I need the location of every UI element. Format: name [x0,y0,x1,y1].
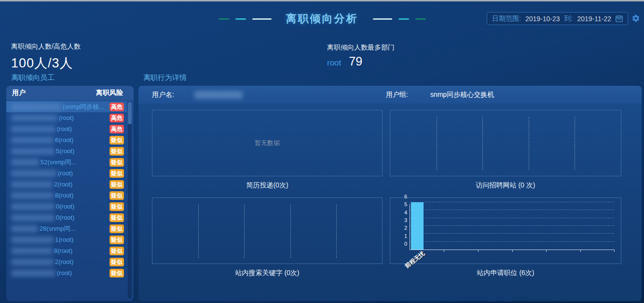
table-row[interactable]: 28(snmp同...疑似 [6,223,127,234]
user-info-bar: 用户名: 用户组: snmp同步核心交换机 [138,86,642,104]
table-row[interactable]: 52(snmp同...疑似 [6,157,127,168]
window-top-border [0,0,644,1]
stat-top-department: 离职倾向人数最多部门 root 79 [327,43,395,68]
table-row[interactable]: 6(root)疑似 [6,134,127,145]
stat-tendency-label: 离职倾向人数/高危人数 [11,42,81,51]
redacted-username [11,148,55,155]
detail-panel-body: 用户名: 用户组: snmp同步核心交换机 暂无数据 前程无忧 0123456 … [138,86,642,301]
employee-rows: (snmp同步核...高危(root)高危(root)高危6(root)疑似5(… [6,101,127,278]
table-row[interactable]: 1(root)疑似 [6,234,127,245]
usergroup-value: snmp同步核心交换机 [430,91,494,99]
risk-badge: 疑似 [110,236,124,244]
y-axis-tick-label: 4 [396,210,407,215]
behavior-detail-panel: 离职行为详情 用户名: 用户组: snmp同步核心交换机 暂无数据 前程无忧 0… [138,73,642,301]
risk-badge: 疑似 [110,213,124,222]
stat-tendency-value: 100人/3人 [11,54,81,72]
dashed-gridline [198,205,199,258]
no-data-text: 暂无数据 [255,139,280,147]
date-range-picker[interactable]: 日期范围: 2019-10-23 到: 2019-11-22 [487,12,628,25]
redacted-username [11,203,55,210]
username-suffix: (snmp同步核... [63,103,104,111]
table-row[interactable]: (root)高危 [6,123,127,134]
bar-category-label: 前程无忧 [403,250,426,270]
table-row[interactable]: (root)疑似 [6,168,127,179]
y-axis-tick-label: 5 [396,201,407,207]
risk-badge: 疑似 [110,224,124,233]
redacted-username [11,170,56,177]
username-suffix: 8(root) [54,247,72,254]
redacted-username [11,192,54,199]
username-suffix: 1(root) [55,236,73,243]
date-end-value[interactable]: 2019-11-22 [577,15,611,23]
table-row[interactable]: 0(root)疑似 [6,212,127,223]
username-suffix: 6(root) [55,136,73,144]
caption-resume-delivery: 简历投递(0次) [152,181,383,190]
bar-chart-plot-area: 前程无忧 0123456 [410,204,614,250]
risk-badge: 疑似 [110,147,124,156]
redacted-username [11,159,39,166]
table-row[interactable]: (root)高危 [6,112,127,123]
username-suffix: 2(root) [55,258,73,265]
table-row[interactable]: 0(root)疑似 [6,201,127,212]
risk-badge: 疑似 [110,136,124,145]
redacted-username [11,214,55,221]
dashed-gridline [336,205,337,258]
dashed-gridline [437,117,437,170]
risk-badge: 疑似 [110,180,124,189]
dashed-gridline [575,117,575,170]
username-label: 用户名: [152,91,174,99]
date-start-value[interactable]: 2019-10-23 [525,15,560,23]
redacted-username [11,181,53,188]
department-name[interactable]: root [327,58,341,68]
redacted-username [11,248,53,254]
table-row[interactable]: 2(root)疑似 [6,179,127,190]
title-decoration-right [373,18,426,20]
table-row[interactable]: 5(root)疑似 [6,145,127,157]
username-suffix: (root) [57,269,72,277]
username-suffix: 8(root) [55,192,73,199]
x-axis-tick [444,250,444,252]
risk-badge: 疑似 [110,269,124,277]
dashed-gridline [410,210,614,210]
table-row[interactable]: 8(root)疑似 [6,190,127,201]
table-row[interactable]: (root)疑似 [6,267,127,278]
scrollbar-track[interactable] [128,102,132,298]
risk-badge: 高危 [110,114,124,122]
dashed-gridline [290,205,291,258]
risk-badge: 疑似 [110,169,124,178]
chart-site-search-keywords [152,198,383,264]
x-axis-tick [512,250,513,252]
username-suffix: 0(root) [56,203,74,210]
risk-badge: 疑似 [110,258,124,266]
redacted-username [11,270,55,277]
y-axis-tick-label: 6 [396,194,407,199]
x-axis-tick [580,250,581,252]
risk-badge: 疑似 [110,158,124,167]
dashed-gridline [244,205,245,258]
username-suffix: 5(root) [56,147,74,155]
employee-panel: 离职倾向员工 用户 离职风险 (snmp同步核...高危(root)高危(roo… [6,73,134,301]
table-row[interactable]: 2(root)疑似 [6,256,127,267]
dashed-gridline [410,233,614,234]
redacted-username [11,225,38,232]
redacted-username [11,104,61,110]
dashed-gridline [529,117,529,170]
redacted-username [11,126,55,132]
page-title: 离职倾向分析 [286,12,358,26]
redacted-username [11,259,54,265]
username-suffix: (root) [57,125,72,132]
y-axis-tick-label: 0 [396,241,407,247]
employee-panel-title: 离职倾向员工 [6,73,134,82]
redacted-username [11,115,57,121]
stat-department-label: 离职倾向人数最多部门 [327,43,395,52]
redacted-username [11,137,54,144]
redacted-username-value [194,91,243,99]
x-axis-tick [614,250,615,252]
table-row[interactable]: 8(root)疑似 [6,245,127,256]
username-suffix: 28(snmp同... [40,224,75,233]
calendar-icon[interactable] [616,15,623,22]
y-axis-tick-label: 1 [396,233,407,239]
settings-gear-icon[interactable] [631,14,640,23]
scrollbar-thumb[interactable] [128,102,132,124]
table-row[interactable]: (snmp同步核...高危 [6,101,127,112]
